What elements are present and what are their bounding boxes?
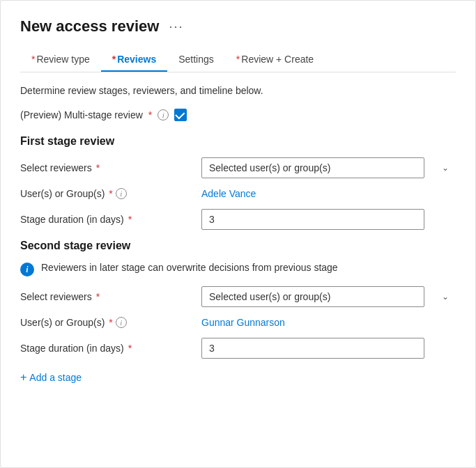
first-stage-users-groups-info-icon[interactable]: i [116,188,127,199]
first-stage-title: First stage review [20,135,456,148]
second-stage-users-groups-req: * [109,317,112,328]
second-stage-users-groups-value[interactable]: Gunnar Gunnarson [201,317,285,328]
preview-info-icon[interactable]: i [158,109,169,120]
tab-review-create[interactable]: *Review + Create [225,48,325,72]
first-stage-select-reviewers-label: Select reviewers * [20,162,201,173]
second-stage-duration-req: * [128,343,132,354]
new-access-review-card: New access review ··· *Review type *Revi… [0,0,476,468]
second-stage-info-message: Reviewers in later stage can overwrite d… [41,262,338,273]
tab-reviews-req: * [112,54,116,65]
first-stage-users-groups-req: * [109,188,112,199]
second-stage-select-reviewers-row: Select reviewers * Selected user(s) or g… [20,286,456,307]
first-stage-duration-input[interactable] [201,209,424,230]
second-stage-users-groups-label: User(s) or Group(s) * i [20,317,201,328]
tab-review-type[interactable]: *Review type [20,48,101,72]
second-stage-select-reviewers-input[interactable]: Selected user(s) or group(s) Manager Sel… [201,286,424,307]
title-row: New access review ··· [20,17,456,36]
second-stage-users-groups-info-icon[interactable]: i [116,317,127,328]
preview-checkbox[interactable] [174,109,187,121]
second-stage-title: Second stage review [20,240,456,252]
tab-review-type-req: * [31,54,35,65]
tab-reviews[interactable]: *Reviews [101,48,168,72]
second-stage-section: Second stage review i Reviewers in later… [20,240,456,359]
first-stage-users-groups-row: User(s) or Group(s) * i Adele Vance [20,188,456,199]
first-stage-select-reviewers-chevron: ⌄ [442,163,449,173]
add-stage-label: Add a stage [29,372,82,383]
first-stage-users-groups-label: User(s) or Group(s) * i [20,188,201,199]
first-stage-select-reviewers-input[interactable]: Selected user(s) or group(s) Manager Sel… [201,157,424,178]
second-stage-select-reviewers-wrapper: Selected user(s) or group(s) Manager Sel… [201,286,456,307]
first-stage-duration-req: * [128,214,132,225]
first-stage-users-groups-value[interactable]: Adele Vance [201,188,256,199]
second-stage-duration-input[interactable] [201,338,424,359]
preview-label: (Preview) Multi-stage review [20,109,143,120]
tab-review-create-req: * [236,54,240,65]
second-stage-info-icon: i [20,263,34,276]
second-stage-select-reviewers-chevron: ⌄ [442,292,449,302]
page-title: New access review [20,17,159,36]
tabs-bar: *Review type *Reviews Settings *Review +… [20,48,456,72]
second-stage-duration-row: Stage duration (in days) * [20,338,456,359]
second-stage-select-reviewers-label: Select reviewers * [20,291,201,302]
preview-req-star: * [148,109,152,120]
second-stage-users-groups-row: User(s) or Group(s) * i Gunnar Gunnarson [20,317,456,328]
first-stage-duration-label: Stage duration (in days) * [20,214,201,225]
first-stage-select-reviewers-req: * [96,162,100,173]
first-stage-select-reviewers-row: Select reviewers * Selected user(s) or g… [20,157,456,178]
description-text: Determine review stages, reviewers, and … [20,85,456,96]
tab-settings[interactable]: Settings [167,48,225,72]
second-stage-duration-label: Stage duration (in days) * [20,343,201,354]
second-stage-info-banner: i Reviewers in later stage can overwrite… [20,262,456,276]
preview-multistage-row: (Preview) Multi-stage review * i [20,109,456,121]
second-stage-select-reviewers-req: * [96,291,100,302]
first-stage-select-reviewers-wrapper: Selected user(s) or group(s) Manager Sel… [201,157,456,178]
first-stage-duration-row: Stage duration (in days) * [20,209,456,230]
first-stage-section: First stage review Select reviewers * Se… [20,135,456,230]
ellipsis-button[interactable]: ··· [166,20,186,34]
plus-icon: + [20,371,26,384]
add-stage-button[interactable]: + Add a stage [20,368,82,387]
